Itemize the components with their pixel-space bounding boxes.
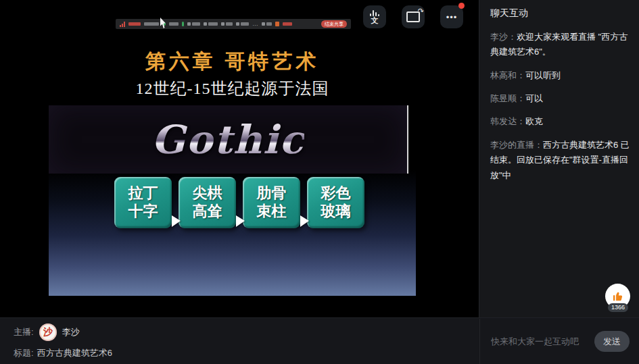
box-text: 十字 <box>128 203 158 221</box>
sound-wave-icon <box>370 10 379 16</box>
captions-translate-button[interactable]: 文 <box>363 5 386 28</box>
caret-line <box>407 105 408 174</box>
message-text: 可以 <box>525 93 543 103</box>
box-text: 束柱 <box>257 203 287 221</box>
arrow-right-icon <box>300 215 309 227</box>
box-text: 玻璃 <box>321 203 351 221</box>
mic-icon <box>182 22 184 26</box>
exit-label <box>283 22 292 26</box>
box-text: 尖栱 <box>193 184 222 203</box>
feature-boxes-row: 拉丁 十字 尖栱 高耸 肋骨 束柱 彩色 玻璃 <box>114 177 364 228</box>
arrow-right-icon <box>172 215 181 227</box>
chat-message: 陈昱顺：可以 <box>490 91 630 106</box>
sender-name: 韩发达： <box>490 116 525 126</box>
feature-box-pointed-arch: 尖栱 高耸 <box>179 177 236 228</box>
stream-title-label: 标题: <box>14 348 34 358</box>
duration-label <box>144 22 159 26</box>
chat-input-area: 发送 <box>479 319 639 364</box>
rotate-screen-button[interactable]: ↷ <box>402 5 425 28</box>
more-dots-icon: … <box>252 21 258 27</box>
chat-input[interactable] <box>490 336 594 347</box>
host-row: 主播: 沙 李沙 <box>14 323 80 341</box>
video-area[interactable]: 第六章 哥特艺术 12世纪-15世纪起源于法国 Gothic 拉丁 十字 尖栱 … <box>0 0 479 317</box>
host-label: 主播: <box>14 326 34 338</box>
chat-message: 韩发达：欧克 <box>490 114 630 129</box>
message-text: 可以听到 <box>525 70 561 80</box>
feature-box-rib-vault: 肋骨 束柱 <box>243 177 300 228</box>
host-avatar[interactable]: 沙 <box>39 323 57 341</box>
message-text: 欧克 <box>525 116 543 126</box>
sender-name: 李沙： <box>490 32 517 42</box>
recording-label <box>128 22 141 26</box>
bottom-bar: 主播: 沙 李沙 标题:西方古典建筑艺术6 发送 <box>0 317 639 364</box>
live-stream-window: 第六章 哥特艺术 12世纪-15世纪起源于法国 Gothic 拉丁 十字 尖栱 … <box>0 0 639 364</box>
toolbar-label <box>169 22 179 26</box>
sender-name: 林高和： <box>490 70 525 80</box>
gothic-banner-text: Gothic <box>151 117 305 163</box>
like-count-badge: 1366 <box>608 303 628 312</box>
slide-subtitle: 12世纪-15世纪起源于法国 <box>49 78 416 99</box>
rotate-arrow-icon: ↷ <box>418 7 424 16</box>
more-icon: ••• <box>446 13 458 22</box>
slide-title: 第六章 哥特艺术 <box>49 48 416 76</box>
signal-icon <box>120 22 125 27</box>
chat-message-list[interactable]: 李沙：欢迎大家来观看直播 "西方古典建筑艺术6"。 林高和：可以听到 陈昱顺：可… <box>479 30 639 183</box>
rotate-screen-icon: ↷ <box>406 11 420 22</box>
toolbar-button <box>221 22 233 26</box>
box-text: 肋骨 <box>257 184 287 203</box>
end-share-button[interactable]: 结束共享 <box>321 20 347 28</box>
sender-name: 陈昱顺： <box>490 93 525 103</box>
shared-meeting-toolbar: … 结束共享 <box>116 19 351 29</box>
feature-box-latin-cross: 拉丁 十字 <box>114 177 172 228</box>
host-name: 李沙 <box>62 326 80 338</box>
more-options-button[interactable]: ••• <box>440 5 463 28</box>
toolbar-button <box>236 22 249 26</box>
chat-panel-title: 聊天互动 <box>479 0 639 30</box>
chat-message-system: 李沙的直播：西方古典建筑艺术6 已结束。回放已保存在"群设置-直播回放"中 <box>490 138 630 183</box>
toolbar-button <box>187 22 200 26</box>
chat-message: 李沙：欢迎大家来观看直播 "西方古典建筑艺术6"。 <box>490 30 630 60</box>
toolbar-button <box>262 22 272 26</box>
feature-box-stained-glass: 彩色 玻璃 <box>307 177 364 228</box>
sender-name: 李沙的直播： <box>490 140 543 150</box>
gothic-banner-image: Gothic <box>49 105 407 174</box>
chat-panel: 聊天互动 李沙：欢迎大家来观看直播 "西方古典建筑艺术6"。 林高和：可以听到 … <box>479 0 639 317</box>
box-text: 彩色 <box>321 184 351 203</box>
exit-icon <box>275 22 279 26</box>
box-text: 高耸 <box>193 203 222 221</box>
notification-dot <box>458 3 465 9</box>
presentation-slide: 第六章 哥特艺术 12世纪-15世纪起源于法国 Gothic 拉丁 十字 尖栱 … <box>49 34 416 296</box>
box-text: 拉丁 <box>128 184 158 203</box>
send-button[interactable]: 发送 <box>594 331 630 352</box>
stream-title-value: 西方古典建筑艺术6 <box>37 348 112 358</box>
like-button[interactable]: 1366 <box>605 284 631 312</box>
thumbs-up-icon <box>611 290 625 303</box>
arrow-right-icon <box>236 215 245 227</box>
chat-message: 林高和：可以听到 <box>490 68 630 83</box>
toolbar-button <box>204 22 218 26</box>
stream-title-row: 标题:西方古典建筑艺术6 <box>14 347 112 359</box>
translate-char-icon: 文 <box>371 17 379 24</box>
